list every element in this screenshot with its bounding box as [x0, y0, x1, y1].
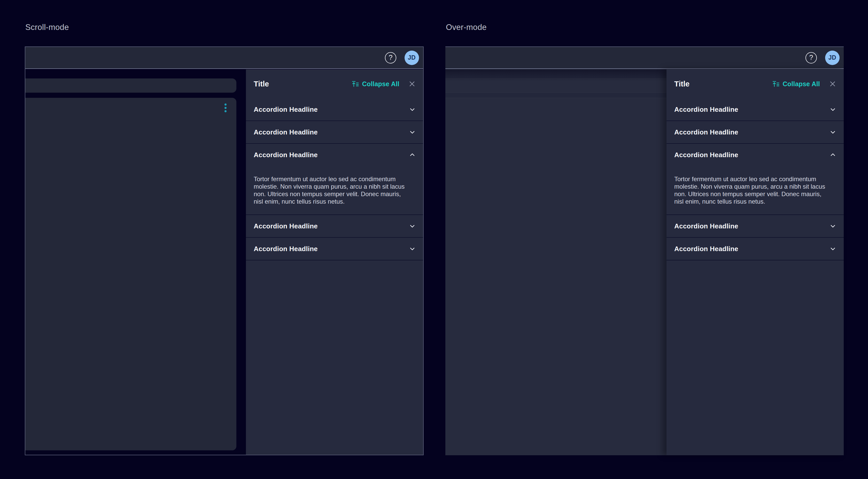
chevron-down-icon: [829, 223, 836, 230]
chevron-down-icon: [829, 129, 836, 136]
content-card-placeholder: [25, 98, 237, 450]
accordion-headline: Accordion Headline: [674, 222, 738, 230]
accordion-body-text: Tortor fermentum ut auctor leo sed ac co…: [254, 175, 405, 205]
over-mode-example: Over-mode ? JD Title: [445, 0, 844, 479]
kebab-menu-icon[interactable]: [224, 103, 226, 112]
mode-label-scroll: Scroll-mode: [25, 23, 69, 32]
accordion-header[interactable]: Accordion Headline: [666, 144, 844, 166]
accordion-header[interactable]: Accordion Headline: [666, 121, 844, 143]
content-area: [25, 69, 246, 455]
content-toolbar-placeholder: [25, 78, 237, 93]
avatar[interactable]: JD: [405, 50, 419, 65]
accordion-header[interactable]: Accordion Headline: [666, 98, 844, 121]
accordion-section: Accordion Headline: [246, 238, 423, 261]
accordion-headline: Accordion Headline: [254, 128, 318, 136]
accordion-section: Accordion Headline: [666, 98, 844, 121]
avatar-initials: JD: [829, 54, 836, 61]
panel-header: Title Collapse All: [246, 69, 423, 98]
collapse-all-icon: [351, 80, 359, 88]
app-header: ? JD: [445, 47, 844, 69]
help-glyph: ?: [389, 54, 393, 62]
accordion-headline: Accordion Headline: [674, 245, 738, 253]
accordion-header[interactable]: Accordion Headline: [246, 98, 423, 121]
accordion-headline: Accordion Headline: [254, 222, 318, 230]
accordion-body: Tortor fermentum ut auctor leo sed ac co…: [246, 166, 423, 214]
app-frame-scroll: ? JD Title: [25, 46, 424, 455]
accordion-headline: Accordion Headline: [254, 245, 318, 253]
collapse-all-button[interactable]: Collapse All: [351, 80, 399, 88]
accordion-header[interactable]: Accordion Headline: [246, 144, 423, 166]
accordion-list: Accordion Headline Accordion Headline Ac…: [666, 98, 844, 261]
accordion-list: Accordion Headline Accordion Headline Ac…: [246, 98, 423, 261]
accordion-header[interactable]: Accordion Headline: [246, 121, 423, 143]
chevron-down-icon: [409, 245, 416, 252]
chevron-up-icon: [409, 151, 416, 159]
accordion-headline: Accordion Headline: [674, 106, 738, 113]
close-icon[interactable]: [408, 80, 416, 88]
close-icon[interactable]: [829, 80, 836, 88]
panel-actions: Collapse All: [351, 80, 416, 88]
help-icon[interactable]: ?: [385, 52, 396, 64]
chevron-down-icon: [409, 129, 416, 136]
app-header: ? JD: [25, 47, 423, 69]
accordion-header[interactable]: Accordion Headline: [666, 238, 844, 260]
chevron-down-icon: [829, 106, 836, 113]
collapse-all-icon: [772, 80, 780, 88]
collapse-all-label: Collapse All: [782, 80, 820, 88]
accordion-headline: Accordion Headline: [254, 106, 318, 113]
accordion-section: Accordion Headline: [246, 121, 423, 144]
accordion-header[interactable]: Accordion Headline: [666, 215, 844, 237]
chevron-up-icon: [829, 151, 836, 159]
collapse-all-button[interactable]: Collapse All: [772, 80, 820, 88]
panel-title: Title: [254, 80, 269, 88]
accordion-section-expanded: Accordion Headline Tortor fermentum ut a…: [246, 144, 423, 215]
app-frame-over: ? JD Title: [445, 46, 844, 455]
side-panel-overlay: Title Collapse All: [666, 69, 844, 455]
scroll-mode-example: Scroll-mode ? JD Title: [25, 0, 424, 479]
chevron-down-icon: [829, 245, 836, 252]
accordion-body-text: Tortor fermentum ut auctor leo sed ac co…: [674, 175, 826, 205]
side-panel: Title Collapse All: [246, 69, 423, 455]
collapse-all-label: Collapse All: [362, 80, 399, 88]
accordion-section: Accordion Headline: [666, 215, 844, 238]
panel-actions: Collapse All: [772, 80, 836, 88]
accordion-section-expanded: Accordion Headline Tortor fermentum ut a…: [666, 144, 844, 215]
accordion-section: Accordion Headline: [666, 238, 844, 261]
chevron-down-icon: [409, 106, 416, 113]
accordion-headline: Accordion Headline: [254, 151, 318, 159]
panel-header: Title Collapse All: [666, 69, 844, 98]
accordion-header[interactable]: Accordion Headline: [246, 215, 423, 237]
accordion-header[interactable]: Accordion Headline: [246, 238, 423, 260]
design-canvas: Scroll-mode ? JD Title: [0, 0, 868, 479]
help-glyph: ?: [809, 54, 813, 62]
avatar-initials: JD: [408, 54, 416, 61]
chevron-down-icon: [409, 223, 416, 230]
mode-label-over: Over-mode: [446, 23, 487, 32]
accordion-headline: Accordion Headline: [674, 128, 738, 136]
accordion-section: Accordion Headline: [666, 121, 844, 144]
accordion-body: Tortor fermentum ut auctor leo sed ac co…: [666, 166, 844, 214]
accordion-section: Accordion Headline: [246, 215, 423, 238]
help-icon[interactable]: ?: [805, 52, 817, 64]
accordion-section: Accordion Headline: [246, 98, 423, 121]
accordion-headline: Accordion Headline: [674, 151, 738, 159]
panel-title: Title: [674, 80, 689, 88]
avatar[interactable]: JD: [825, 50, 840, 65]
